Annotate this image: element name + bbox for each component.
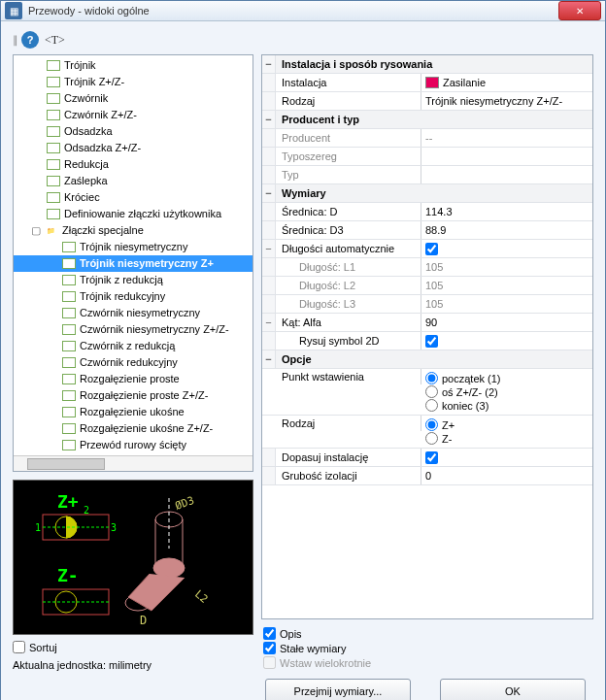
- property-grid: − Instalacja i sposób rysowania Instalac…: [261, 54, 593, 619]
- row-kat[interactable]: − Kąt: Alfa 90: [262, 314, 592, 332]
- collapse-icon[interactable]: −: [262, 55, 276, 73]
- tag-tool[interactable]: <T>: [43, 33, 67, 48]
- row-dopasuj[interactable]: Dopasuj instalację: [262, 449, 592, 467]
- dopasuj-check[interactable]: [425, 451, 438, 464]
- tree-item[interactable]: Czwórnik z redukcją: [14, 338, 252, 354]
- row-rodzaj2[interactable]: Rodzaj Z+ Z-: [262, 416, 592, 449]
- fitting-icon: [47, 110, 60, 120]
- collapse-icon[interactable]: −: [262, 184, 276, 202]
- tree-item[interactable]: Odsadzka: [14, 123, 252, 140]
- tree-item[interactable]: Czwórnik niesymetryczny Z+/Z-: [14, 321, 252, 338]
- tree-item[interactable]: Rozgałęzienie ukośne Z+/Z-: [14, 420, 252, 437]
- folder-icon: [43, 225, 58, 236]
- svg-text:ØD3: ØD3: [174, 494, 196, 513]
- svg-text:1: 1: [35, 522, 41, 533]
- row-grubosc[interactable]: Grubość izolacji 0: [262, 467, 592, 485]
- tree-item[interactable]: Rozgałęzienie proste: [14, 371, 252, 387]
- tree-item[interactable]: Trójnik redukcyjny: [14, 288, 252, 305]
- tree-item[interactable]: Czwórnik niesymetryczny: [14, 305, 252, 321]
- section-wymiary: − Wymiary: [262, 184, 592, 203]
- row-l2: Długość: L2 105: [262, 277, 592, 295]
- row-punkt[interactable]: Punkt wstawienia początek (1) oś Z+/Z- (…: [262, 369, 592, 416]
- row-srednica-d[interactable]: Średnica: D 114.3: [262, 203, 592, 221]
- tree-item[interactable]: Rozgałęzienie ukośne: [14, 404, 252, 420]
- tree-panel: TrójnikTrójnik Z+/Z-CzwórnikCzwórnik Z+/…: [13, 54, 253, 472]
- tree-item[interactable]: Odsadzka Z+/Z-: [14, 140, 252, 156]
- row-rysuj2d[interactable]: Rysuj symbol 2D: [262, 332, 592, 350]
- tree-group[interactable]: ▢Złączki specjalne: [14, 222, 252, 239]
- close-button[interactable]: ✕: [558, 1, 601, 20]
- row-srednica-d3[interactable]: Średnica: D3 88.9: [262, 221, 592, 240]
- tree-item[interactable]: Rozgałęzienie proste Z+/Z-: [14, 387, 252, 404]
- fitting-icon: [62, 357, 76, 368]
- wstaw-label: Wstaw wielokrotnie: [280, 657, 371, 669]
- row-auto-length[interactable]: − Długości automatycznie: [262, 240, 592, 258]
- dialog-window: ▦ Przewody - widoki ogólne ✕ ∥ ? <T> Tró…: [0, 0, 606, 700]
- sort-row: Sortuj: [13, 641, 253, 653]
- fitting-icon: [47, 143, 60, 153]
- tree[interactable]: TrójnikTrójnik Z+/Z-CzwórnikCzwórnik Z+/…: [14, 55, 252, 455]
- tree-item[interactable]: Redukcja: [14, 156, 252, 173]
- app-icon: ▦: [5, 2, 22, 19]
- fitting-icon: [47, 159, 60, 170]
- fitting-icon: [62, 390, 76, 401]
- section-install: − Instalacja i sposób rysowania: [262, 55, 592, 74]
- collapse-icon[interactable]: −: [262, 111, 276, 128]
- fitting-icon: [47, 176, 60, 186]
- row-rodzaj[interactable]: Rodzaj Trójnik niesymetryczny Z+/Z-: [262, 92, 592, 111]
- tree-item[interactable]: Króciec: [14, 189, 252, 206]
- tree-item[interactable]: Przewód rurowy ścięty: [14, 437, 252, 453]
- sort-checkbox[interactable]: [13, 641, 25, 653]
- fitting-icon: [62, 407, 76, 417]
- fitting-icon: [62, 258, 76, 269]
- auto-length-check[interactable]: [425, 243, 438, 255]
- fitting-icon: [47, 60, 60, 71]
- fitting-icon: [62, 308, 76, 318]
- sort-label: Sortuj: [29, 642, 57, 653]
- punkt-radio[interactable]: początek (1): [425, 372, 501, 384]
- przejmij-button[interactable]: Przejmij wymiary...: [265, 679, 411, 700]
- help-icon[interactable]: ?: [21, 31, 39, 49]
- rodzaj-radio[interactable]: Z-: [425, 432, 454, 445]
- row-typ[interactable]: Typ: [262, 166, 592, 184]
- collapse-icon[interactable]: −: [262, 240, 276, 257]
- punkt-radio[interactable]: koniec (3): [425, 399, 501, 412]
- opis-check[interactable]: [263, 627, 276, 640]
- tree-item[interactable]: Trójnik: [14, 57, 252, 74]
- tree-item[interactable]: Czwórnik: [14, 90, 252, 107]
- tree-hscroll[interactable]: [14, 455, 252, 471]
- tree-item[interactable]: Trójnik niesymetryczny: [14, 239, 252, 255]
- punkt-radio[interactable]: oś Z+/Z- (2): [425, 385, 501, 398]
- fitting-icon: [62, 324, 76, 335]
- tree-item[interactable]: Trójnik niesymetryczny Z+: [14, 255, 252, 272]
- row-typoszereg[interactable]: Typoszereg: [262, 148, 592, 166]
- expander-icon[interactable]: ▢: [31, 223, 41, 238]
- left-toolbar: ∥ ? <T>: [13, 31, 593, 49]
- wstaw-check: [263, 656, 276, 669]
- fitting-icon: [47, 77, 60, 87]
- row-producent[interactable]: Producent --: [262, 129, 592, 148]
- collapse-icon[interactable]: −: [262, 314, 276, 331]
- svg-text:D: D: [140, 614, 147, 627]
- fitting-icon: [47, 192, 60, 203]
- ok-button[interactable]: OK: [440, 679, 586, 700]
- fitting-icon: [47, 126, 60, 137]
- fitting-icon: [47, 93, 60, 104]
- stale-check[interactable]: [263, 642, 276, 654]
- tree-item[interactable]: Zaślepka: [14, 173, 252, 189]
- section-prod: − Producent i typ: [262, 111, 592, 129]
- tree-item[interactable]: Definiowanie złączki użytkownika: [14, 206, 252, 222]
- tree-item[interactable]: Trójnik z redukcją: [14, 272, 252, 288]
- rodzaj-radio[interactable]: Z+: [425, 418, 454, 431]
- window-title: Przewody - widoki ogólne: [28, 5, 558, 17]
- rysuj2d-check[interactable]: [425, 335, 438, 348]
- tree-item[interactable]: Czwórnik Z+/Z-: [14, 107, 252, 123]
- svg-text:2: 2: [84, 505, 89, 516]
- tree-item[interactable]: Trójnik Z+/Z-: [14, 74, 252, 90]
- collapse-icon[interactable]: −: [262, 350, 276, 368]
- section-opcje: − Opcje: [262, 350, 592, 369]
- row-instalacja[interactable]: Instalacja Zasilanie: [262, 74, 592, 92]
- color-swatch: [425, 77, 439, 88]
- fitting-icon: [62, 242, 76, 252]
- tree-item[interactable]: Czwórnik redukcyjny: [14, 354, 252, 371]
